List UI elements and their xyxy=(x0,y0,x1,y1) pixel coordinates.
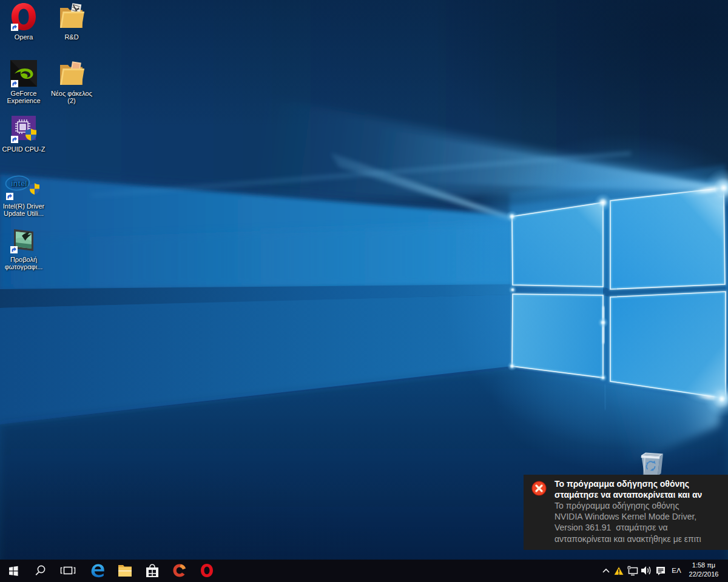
svg-text:intel: intel xyxy=(11,179,27,188)
